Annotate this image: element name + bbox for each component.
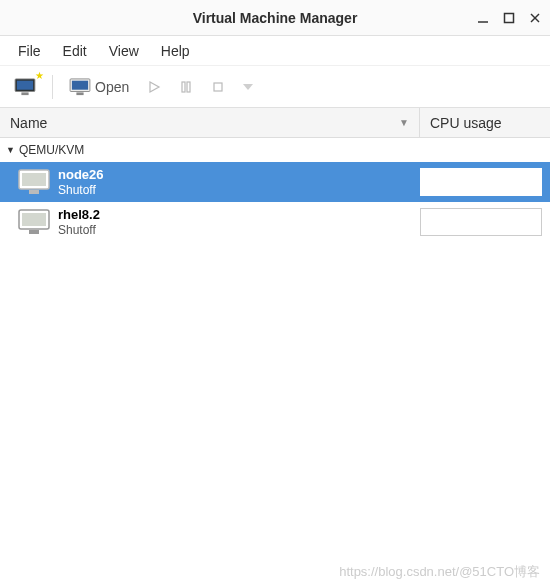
- menubar: File Edit View Help: [0, 36, 550, 66]
- svg-marker-10: [150, 82, 159, 92]
- toolbar-separator: [52, 75, 53, 99]
- svg-rect-9: [76, 92, 83, 95]
- new-vm-button[interactable]: ★: [8, 72, 42, 102]
- stop-icon: [211, 80, 225, 94]
- svg-rect-6: [21, 92, 28, 95]
- open-button[interactable]: Open: [63, 72, 135, 102]
- minimize-button[interactable]: [474, 9, 492, 27]
- pause-icon: [179, 80, 193, 94]
- cpu-usage-graph: [420, 208, 542, 236]
- svg-rect-20: [29, 230, 39, 234]
- column-name[interactable]: Name ▼: [0, 108, 420, 137]
- vm-row[interactable]: node26 Shutoff: [0, 162, 550, 202]
- sort-indicator-icon: ▼: [399, 117, 409, 128]
- expand-icon: ▼: [6, 145, 15, 155]
- vm-monitor-icon: [18, 169, 50, 195]
- toolbar: ★ Open: [0, 66, 550, 108]
- open-label: Open: [95, 79, 129, 95]
- column-cpu[interactable]: CPU usage: [420, 108, 550, 137]
- pause-button[interactable]: [173, 72, 199, 102]
- svg-rect-11: [182, 82, 185, 92]
- vm-name: node26: [58, 167, 412, 183]
- column-headers: Name ▼ CPU usage: [0, 108, 550, 138]
- play-icon: [147, 80, 161, 94]
- titlebar: Virtual Machine Manager: [0, 0, 550, 36]
- chevron-down-icon: [243, 84, 253, 90]
- column-name-label: Name: [10, 115, 47, 131]
- vm-text: node26 Shutoff: [58, 167, 412, 197]
- menu-file[interactable]: File: [8, 39, 51, 63]
- vm-text: rhel8.2 Shutoff: [58, 207, 412, 237]
- connection-label: QEMU/KVM: [19, 143, 84, 157]
- svg-rect-8: [72, 80, 88, 89]
- svg-rect-5: [17, 80, 33, 89]
- connection-row[interactable]: ▼ QEMU/KVM: [0, 138, 550, 162]
- vm-monitor-icon: [18, 209, 50, 235]
- svg-marker-14: [243, 84, 253, 90]
- menu-view[interactable]: View: [99, 39, 149, 63]
- run-button[interactable]: [141, 72, 167, 102]
- vm-status: Shutoff: [58, 223, 412, 237]
- vm-list: ▼ QEMU/KVM node26 Shutoff rhel8.2 Shutof…: [0, 138, 550, 242]
- star-icon: ★: [35, 70, 44, 81]
- menu-edit[interactable]: Edit: [53, 39, 97, 63]
- vm-name: rhel8.2: [58, 207, 412, 223]
- shutdown-button[interactable]: [205, 72, 231, 102]
- maximize-button[interactable]: [500, 9, 518, 27]
- vm-status: Shutoff: [58, 183, 412, 197]
- monitor-icon: [69, 78, 91, 96]
- svg-rect-1: [505, 14, 514, 23]
- close-button[interactable]: [526, 9, 544, 27]
- watermark: https://blog.csdn.net/@51CTO博客: [339, 563, 540, 581]
- vm-row[interactable]: rhel8.2 Shutoff: [0, 202, 550, 242]
- window-title: Virtual Machine Manager: [193, 10, 358, 26]
- svg-rect-19: [22, 213, 46, 226]
- window-controls: [474, 0, 544, 36]
- shutdown-menu-button[interactable]: [237, 72, 259, 102]
- cpu-usage-graph: [420, 168, 542, 196]
- svg-rect-12: [187, 82, 190, 92]
- menu-help[interactable]: Help: [151, 39, 200, 63]
- svg-rect-16: [22, 173, 46, 186]
- svg-rect-13: [214, 83, 222, 91]
- column-cpu-label: CPU usage: [430, 115, 502, 131]
- svg-rect-17: [29, 190, 39, 194]
- monitor-new-icon: [14, 78, 36, 96]
